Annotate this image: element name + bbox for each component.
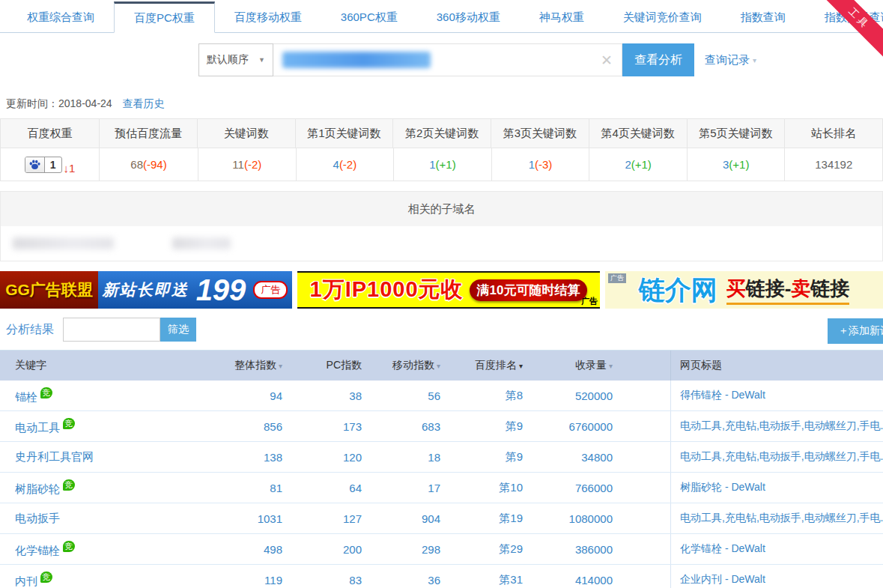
summary-value-row: 1 ↓1 68(-94) 11(-2) 4(-2) 1(+1) 1(-3) 2(… [0, 148, 882, 181]
keyword-link[interactable]: 锚栓 [15, 390, 37, 403]
mobile-index-value[interactable]: 18 [362, 451, 440, 464]
ad-tag: 广告 [253, 281, 288, 299]
collected-count-value[interactable]: 1080000 [523, 512, 613, 525]
baidu-rank-value[interactable]: 第31 [440, 573, 523, 587]
subdomains-title: 相关的子域名 [1, 192, 882, 226]
baidu-rank-value[interactable]: 第29 [440, 542, 523, 557]
sort-order-select[interactable]: 默认顺序 ▼ [198, 43, 273, 76]
page-title-link[interactable]: 树脂砂轮 - DeWalt [680, 481, 765, 494]
mobile-index-value[interactable]: 56 [362, 390, 440, 402]
page-title-link[interactable]: 电动工具,充电钻,电动扳手,电动螺丝刀,手电... [680, 450, 883, 464]
pc-index-value[interactable]: 173 [282, 420, 362, 433]
filter-input[interactable] [63, 318, 160, 342]
page-title-link[interactable]: 电动工具,充电钻,电动扳手,电动螺丝刀,手电... [680, 512, 883, 525]
keyword-link[interactable]: 电动扳手 [15, 512, 60, 524]
summary-value[interactable]: 1 [429, 158, 435, 171]
pc-index-value[interactable]: 64 [282, 482, 362, 494]
collected-count-value[interactable]: 386000 [523, 543, 613, 556]
pc-index-value[interactable]: 83 [282, 574, 362, 587]
baidu-rank-value[interactable]: 第10 [440, 481, 523, 495]
mobile-index-value[interactable]: 36 [362, 574, 440, 587]
view-history-link[interactable]: 查看历史 [123, 97, 165, 109]
summary-value[interactable]: 3 [723, 158, 729, 171]
filter-button[interactable]: 筛选 [160, 318, 196, 342]
collected-count-value[interactable]: 34800 [523, 451, 613, 464]
summary-change: (-2) [339, 158, 356, 171]
chinaz-rank-cell: 134192 [784, 148, 882, 181]
summary-value: 11 [232, 158, 244, 171]
bid-badge: 竞 [40, 572, 52, 583]
baidu-rank-value[interactable]: 第19 [440, 512, 523, 526]
analysis-result-label: 分析结果 [6, 322, 54, 338]
overall-index-value[interactable]: 856 [240, 420, 282, 433]
nav-tab[interactable]: 百度PC权重 [114, 1, 215, 33]
page-title-link[interactable]: 企业内刊 - DeWalt [680, 573, 765, 587]
search-input[interactable]: ✕ [273, 43, 622, 76]
ad-promo-text: 1万IP1000元收 [310, 275, 464, 305]
nav-tab[interactable]: 百度移动权重 [215, 2, 321, 32]
table-row: 电动扳手 1031 127 904 第19 1080000 电动工具,充电钻,电… [0, 503, 883, 534]
nav-tab[interactable]: 神马权重 [520, 2, 604, 32]
summary-change: (+1) [436, 158, 456, 171]
summary-value[interactable]: 1 [529, 158, 535, 171]
page-title-link[interactable]: 得伟锚栓 - DeWalt [680, 389, 765, 402]
nav-tab[interactable]: 360移动权重 [417, 2, 520, 32]
overall-index-value[interactable]: 138 [240, 451, 282, 464]
summary-column-header: 关键词数 [197, 119, 295, 148]
ad-banner-ip-traffic[interactable]: 1万IP1000元收 满10元可随时结算 广告 [297, 271, 600, 309]
mobile-index-value[interactable]: 683 [362, 420, 440, 433]
column-header-label: 百度排名 [475, 359, 517, 372]
query-history-link[interactable]: 查询记录 ▾ [705, 43, 756, 76]
column-header[interactable]: 百度排名 ▾ [440, 359, 523, 372]
mobile-index-value[interactable]: 17 [362, 482, 440, 494]
keyword-link[interactable]: 电动工具 [15, 421, 60, 434]
overall-index-value[interactable]: 498 [240, 543, 282, 556]
summary-column-header: 站长排名 [784, 119, 882, 148]
nav-tab[interactable]: 360PC权重 [321, 2, 417, 32]
pc-index-value[interactable]: 38 [282, 390, 362, 402]
pc-index-value[interactable]: 127 [282, 512, 362, 525]
keyword-link[interactable]: 史丹利工具官网 [15, 450, 94, 463]
pc-index-value[interactable]: 200 [282, 543, 362, 556]
pc-index-value[interactable]: 120 [282, 451, 362, 464]
summary-value[interactable]: 4 [333, 158, 339, 171]
ad-banner-link-market[interactable]: 广告 链介网 买链接-卖链接 [605, 271, 883, 309]
overall-index-value[interactable]: 1031 [240, 512, 282, 525]
overall-index-value[interactable]: 94 [240, 390, 282, 402]
table-row: 锚栓竞 94 38 56 第8 520000 得伟锚栓 - DeWalt [0, 381, 883, 411]
column-header[interactable]: 收录量 ▾ [523, 359, 613, 372]
top-tab-bar: 权重综合查询百度PC权重百度移动权重360PC权重360移动权重神马权重关键词竞… [0, 0, 883, 33]
collected-count-value[interactable]: 520000 [523, 390, 613, 402]
sort-caret-icon[interactable]: ▾ [609, 362, 613, 370]
subdomains-panel: 相关的子域名 [0, 191, 883, 261]
nav-tab[interactable]: 指数查询 [721, 2, 805, 32]
page-title-link[interactable]: 化学锚栓 - DeWalt [680, 542, 765, 556]
column-header[interactable]: 整体指数 ▾ [240, 359, 282, 372]
summary-change: (+1) [729, 158, 749, 171]
mobile-index-value[interactable]: 298 [362, 543, 440, 556]
nav-tab[interactable]: 关键词竞价查询 [604, 2, 721, 32]
ad-banner-gg-union[interactable]: GG广告联盟 新站长即送 199 广告 [0, 271, 292, 309]
collected-count-value[interactable]: 6760000 [523, 420, 613, 433]
overall-index-value[interactable]: 119 [240, 574, 282, 587]
baidu-rank-value[interactable]: 第9 [440, 419, 523, 434]
page-title-link[interactable]: 电动工具,充电钻,电动扳手,电动螺丝刀,手电... [680, 419, 883, 433]
collected-count-value[interactable]: 766000 [523, 482, 613, 494]
baidu-rank-value[interactable]: 第9 [440, 450, 523, 464]
blurred-subdomain [172, 237, 231, 249]
baidu-weight-badge[interactable]: 1 [25, 157, 62, 173]
keyword-link[interactable]: 化学锚栓 [15, 544, 60, 557]
subdomains-list [1, 226, 882, 261]
clear-icon[interactable]: ✕ [601, 52, 613, 69]
analyze-button[interactable]: 查看分析 [622, 43, 694, 76]
mobile-index-value[interactable]: 904 [362, 512, 440, 525]
keyword-link[interactable]: 内刊 [15, 575, 37, 587]
nav-tab[interactable]: 权重综合查询 [7, 2, 114, 32]
baidu-rank-value[interactable]: 第8 [440, 389, 523, 403]
summary-value[interactable]: 2 [625, 158, 631, 171]
add-keyword-button[interactable]: ＋添加新词 [828, 318, 883, 344]
column-header[interactable]: 移动指数 ▾ [362, 359, 440, 372]
keyword-link[interactable]: 树脂砂轮 [15, 482, 60, 495]
collected-count-value[interactable]: 414000 [523, 574, 613, 587]
overall-index-value[interactable]: 81 [240, 482, 282, 494]
